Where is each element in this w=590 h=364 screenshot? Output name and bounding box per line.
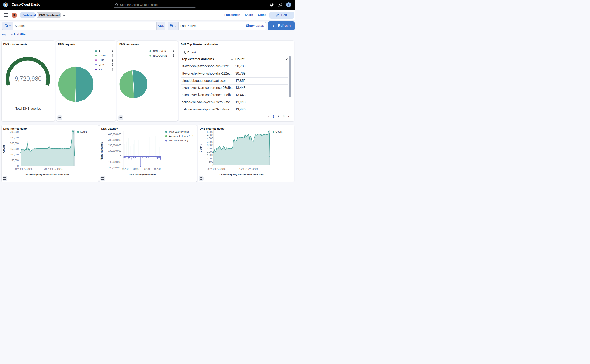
svg-text:300,000,000: 300,000,000 — [108, 139, 121, 141]
svg-text:200,000: 200,000 — [10, 142, 19, 145]
svg-text:500: 500 — [209, 161, 213, 163]
svg-text:TXT: TXT — [99, 68, 104, 71]
svg-text:Max Latency (ns): Max Latency (ns) — [169, 130, 188, 133]
svg-text:2024-04-27 00:00: 2024-04-27 00:00 — [44, 168, 63, 170]
svg-text:NOERROR: NOERROR — [153, 50, 166, 52]
svg-text:A: A — [99, 50, 101, 52]
svg-text:AAAA: AAAA — [99, 54, 106, 57]
svg-text:00:00: 00:00 — [143, 168, 149, 170]
svg-text:2024-04-23 00:00: 2024-04-23 00:00 — [207, 168, 226, 170]
svg-text:3,000: 3,000 — [207, 144, 213, 147]
svg-text:Min Latency (ns): Min Latency (ns) — [169, 139, 188, 142]
svg-text:4,500: 4,500 — [207, 134, 213, 136]
svg-text:5,000: 5,000 — [207, 131, 213, 133]
svg-text:Count: Count — [2, 145, 5, 153]
svg-text:300,000: 300,000 — [10, 131, 19, 133]
svg-text:50,000: 50,000 — [11, 159, 19, 162]
svg-text:Average Latency (ns): Average Latency (ns) — [169, 135, 193, 137]
svg-text:00:00: 00:00 — [133, 168, 139, 170]
svg-text:-200,000,000: -200,000,000 — [107, 166, 121, 169]
svg-text:DNS latency observed: DNS latency observed — [129, 173, 156, 176]
svg-text:2024-04-23 00:00: 2024-04-23 00:00 — [14, 168, 33, 170]
svg-text:0: 0 — [17, 165, 19, 167]
svg-text:External query distribution ov: External query distribution over time — [219, 173, 264, 176]
svg-text:Count: Count — [276, 130, 282, 133]
svg-text:3,500: 3,500 — [207, 141, 213, 143]
svg-text:0: 0 — [212, 164, 213, 166]
svg-text:00:00: 00:00 — [154, 168, 160, 170]
svg-text:1,000: 1,000 — [207, 157, 213, 160]
svg-text:SRV: SRV — [99, 63, 104, 66]
svg-text:400,000,000: 400,000,000 — [108, 133, 121, 136]
svg-text:1,500: 1,500 — [207, 154, 213, 156]
svg-text:00:00: 00:00 — [122, 168, 128, 170]
svg-text:NXDOMAIN: NXDOMAIN — [153, 54, 167, 57]
svg-text:-100,000,000: -100,000,000 — [107, 161, 121, 163]
svg-text:200,000,000: 200,000,000 — [108, 144, 121, 147]
svg-text:Count: Count — [199, 144, 202, 152]
svg-text:Nano seconds: Nano seconds — [100, 142, 103, 160]
svg-text:Count: Count — [80, 130, 87, 133]
svg-text:4,000: 4,000 — [207, 137, 213, 140]
svg-text:Internal query distribution ov: Internal query distribution over time — [26, 173, 69, 176]
svg-text:100,000,000: 100,000,000 — [108, 150, 121, 152]
svg-text:150,000: 150,000 — [10, 148, 19, 150]
svg-text:2,500: 2,500 — [207, 147, 213, 150]
svg-text:2024-04-27 00:00: 2024-04-27 00:00 — [238, 168, 258, 170]
svg-text:250,000: 250,000 — [10, 136, 19, 139]
svg-text:PTR: PTR — [99, 59, 104, 62]
svg-text:100,000: 100,000 — [10, 153, 19, 156]
svg-text:2,000: 2,000 — [207, 150, 213, 153]
svg-text:0: 0 — [120, 155, 121, 158]
